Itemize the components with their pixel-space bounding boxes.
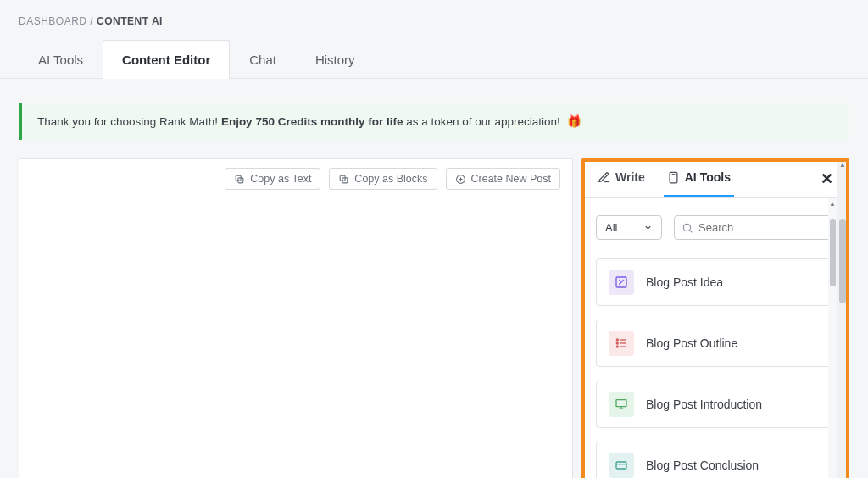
editor-content-area[interactable]	[31, 197, 560, 451]
copy-as-text-button[interactable]: Copy as Text	[225, 168, 320, 190]
filter-value: All	[605, 221, 617, 234]
plus-circle-icon	[455, 174, 466, 185]
svg-line-10	[690, 230, 693, 232]
close-icon[interactable]: ✕	[817, 170, 837, 188]
copy-as-blocks-label: Copy as Blocks	[354, 173, 427, 185]
card-icon	[609, 453, 634, 478]
inner-scroll-thumb[interactable]	[830, 219, 836, 286]
editor-panel: Copy as Text Copy as Blocks Create New P…	[19, 158, 573, 478]
pencil-square-icon	[609, 270, 634, 295]
svg-point-17	[616, 346, 618, 347]
tool-blog-post-conclusion[interactable]: Blog Post Conclusion	[596, 442, 835, 478]
tool-label: Blog Post Outline	[646, 336, 737, 350]
notice-banner: Thank you for choosing Rank Math! Enjoy …	[19, 103, 849, 140]
side-tab-write-label: Write	[615, 170, 645, 184]
svg-rect-21	[616, 462, 626, 469]
search-icon	[682, 222, 693, 234]
side-tabs: Write AI Tools ✕	[582, 159, 849, 198]
notice-post: as a token of our appreciation!	[403, 115, 563, 128]
svg-rect-18	[616, 400, 626, 407]
outer-scroll-thumb[interactable]	[839, 219, 846, 303]
search-input[interactable]	[698, 216, 841, 239]
create-new-post-label: Create New Post	[471, 173, 551, 185]
tab-chat[interactable]: Chat	[230, 40, 296, 79]
notice-bold: Enjoy 750 Credits monthly for life	[221, 115, 403, 128]
side-tab-write[interactable]: Write	[594, 159, 648, 197]
tool-blog-post-introduction[interactable]: Blog Post Introduction	[596, 381, 835, 428]
side-tab-ai-label: AI Tools	[685, 170, 731, 184]
main-tabs: AI Tools Content Editor Chat History	[0, 39, 868, 79]
breadcrumb-sep: /	[90, 15, 93, 27]
tool-blog-post-idea[interactable]: Blog Post Idea	[596, 258, 835, 306]
notice-pre: Thank you for choosing Rank Math!	[37, 115, 221, 128]
tab-content-editor[interactable]: Content Editor	[103, 40, 230, 79]
ai-tools-icon	[667, 171, 680, 184]
filter-select[interactable]: All	[596, 215, 662, 240]
outer-scrollbar[interactable]: ▲	[837, 159, 849, 478]
monitor-icon	[609, 392, 634, 417]
gift-icon: 🎁	[567, 114, 581, 128]
tool-blog-post-outline[interactable]: Blog Post Outline	[596, 320, 835, 367]
copy-icon	[234, 174, 245, 185]
svg-point-15	[616, 339, 618, 341]
side-panel: Write AI Tools ✕ All	[581, 158, 849, 478]
copy-icon	[338, 174, 349, 185]
breadcrumb-current: CONTENT AI	[97, 15, 163, 27]
inner-scrollbar[interactable]: ▲	[828, 198, 837, 478]
scroll-up-arrow-icon[interactable]: ▲	[837, 159, 849, 170]
chevron-down-icon	[643, 223, 653, 232]
copy-as-text-label: Copy as Text	[250, 173, 311, 185]
svg-point-9	[683, 224, 690, 231]
side-tab-ai-tools[interactable]: AI Tools	[664, 159, 734, 197]
tab-history[interactable]: History	[296, 40, 375, 79]
tool-label: Blog Post Introduction	[646, 397, 762, 411]
scroll-up-arrow-icon[interactable]: ▲	[828, 200, 837, 208]
tool-label: Blog Post Conclusion	[646, 459, 759, 472]
svg-point-16	[616, 342, 618, 344]
list-icon	[609, 331, 634, 356]
tool-label: Blog Post Idea	[646, 275, 723, 289]
tab-ai-tools[interactable]: AI Tools	[19, 40, 103, 79]
copy-as-blocks-button[interactable]: Copy as Blocks	[329, 168, 437, 190]
editor-toolbar: Copy as Text Copy as Blocks Create New P…	[31, 168, 560, 197]
search-input-wrapper[interactable]: /	[674, 215, 849, 240]
write-icon	[598, 171, 610, 184]
breadcrumb-root[interactable]: DASHBOARD	[19, 15, 87, 27]
breadcrumb: DASHBOARD / CONTENT AI	[19, 15, 849, 27]
create-new-post-button[interactable]: Create New Post	[446, 168, 560, 190]
